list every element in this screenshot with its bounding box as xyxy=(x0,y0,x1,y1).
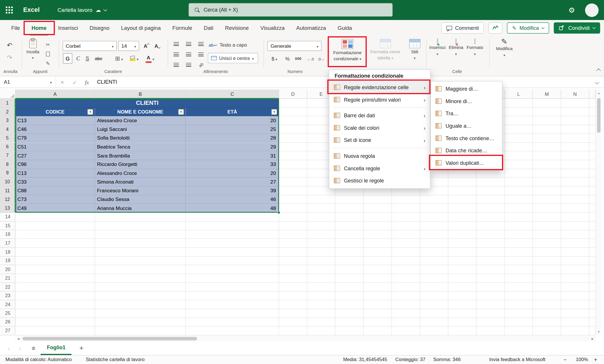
menu-item-scale-dei-colori[interactable]: Scale dei colori› xyxy=(329,122,430,134)
row-header-21[interactable]: 21 xyxy=(0,274,15,283)
table-cell[interactable]: 33 xyxy=(186,160,279,169)
underline-button[interactable]: S xyxy=(84,53,91,64)
menu-item-cancella-regole[interactable]: Cancella regole› xyxy=(329,162,430,175)
search-input[interactable]: Cerca (Alt + X) xyxy=(188,3,393,17)
thousands-format-button[interactable]: 000 xyxy=(293,53,304,64)
row-header-2[interactable]: 2 xyxy=(0,107,15,116)
table-cell[interactable]: 25 xyxy=(186,125,279,134)
column-header-D[interactable]: D xyxy=(279,89,307,99)
editing-group-button[interactable]: Modifica xyxy=(494,37,515,68)
row-header-12[interactable]: 12 xyxy=(0,195,15,204)
submenu-item-minore-di[interactable]: Minore di… xyxy=(431,95,502,107)
table-cell[interactable]: C79 xyxy=(15,134,95,142)
table-cell[interactable]: 39 xyxy=(186,186,279,195)
row-header-26[interactable]: 26 xyxy=(0,318,15,326)
conditional-formatting-button[interactable]: Formattazione condizionale xyxy=(329,37,366,68)
row-header-1[interactable]: 1 xyxy=(0,99,15,107)
align-top-button[interactable] xyxy=(171,39,182,49)
tab-formule[interactable]: Formule xyxy=(166,20,198,35)
currency-format-button[interactable] xyxy=(268,53,281,64)
tab-dati[interactable]: Dati xyxy=(198,20,219,35)
horizontal-scroll-thumb[interactable] xyxy=(22,337,197,340)
table-cell[interactable]: Arianna Muccia xyxy=(95,204,186,213)
collapse-ribbon-button[interactable] xyxy=(596,67,601,73)
row-header-6[interactable]: 6 xyxy=(0,142,15,151)
row-header-14[interactable]: 14 xyxy=(0,213,15,221)
row-header-9[interactable]: 9 xyxy=(0,169,15,178)
table-cell[interactable]: C27 xyxy=(15,151,95,160)
bold-button[interactable]: G xyxy=(63,53,72,64)
comments-button[interactable]: Commenti xyxy=(441,22,484,34)
column-header-C[interactable]: C xyxy=(186,89,279,99)
menu-item-gestisci-le-regole[interactable]: Gestisci le regole xyxy=(329,174,430,187)
decrease-font-button[interactable] xyxy=(152,42,162,50)
borders-button[interactable] xyxy=(113,53,125,64)
cut-button[interactable] xyxy=(43,40,52,49)
row-header-8[interactable]: 8 xyxy=(0,160,15,169)
font-name-select[interactable]: Corbel xyxy=(63,41,117,51)
cancel-button[interactable] xyxy=(56,78,68,85)
italic-button[interactable]: C xyxy=(74,53,82,64)
table-cell[interactable]: 20 xyxy=(186,169,279,178)
zoom-out-button[interactable] xyxy=(563,356,567,363)
tab-guida[interactable]: Guida xyxy=(332,20,358,35)
workbook-title[interactable]: Cartella lavoro xyxy=(57,7,107,13)
menu-item-set-di-icone[interactable]: Set di icone› xyxy=(329,134,430,146)
formula-content[interactable]: CLIENTI xyxy=(97,79,117,85)
select-all-corner[interactable] xyxy=(0,89,15,99)
table-cell[interactable]: C33 xyxy=(15,178,95,186)
enter-button[interactable] xyxy=(68,78,81,85)
insert-function-button[interactable] xyxy=(81,78,93,85)
horizontal-scrollbar[interactable] xyxy=(15,335,595,341)
expand-formula-bar-icon[interactable] xyxy=(595,80,599,84)
table-cell[interactable]: C49 xyxy=(15,204,95,213)
zoom-level[interactable]: 100% xyxy=(576,357,588,363)
table-title-cell[interactable]: CLIENTI xyxy=(15,99,279,107)
align-left-button[interactable] xyxy=(171,50,182,59)
tab-visualizza[interactable]: Visualizza xyxy=(255,20,291,35)
cell-styles-button[interactable]: Stili xyxy=(405,37,425,68)
row-header-16[interactable]: 16 xyxy=(0,230,15,239)
scroll-left-icon[interactable] xyxy=(15,336,21,341)
fill-handle[interactable] xyxy=(277,211,280,214)
scroll-right-icon[interactable] xyxy=(590,336,596,341)
sheet-tab-foglio1[interactable]: Foglio1 xyxy=(41,341,72,355)
zoom-in-button[interactable] xyxy=(594,356,597,363)
table-header-cell-codice[interactable]: CODICE xyxy=(15,107,95,116)
table-cell[interactable]: Simona Arconati xyxy=(95,178,186,186)
table-cell[interactable]: 29 xyxy=(186,142,279,151)
tab-revisione[interactable]: Revisione xyxy=(219,20,255,35)
menu-item-regole-evidenziazione-celle[interactable]: Regole evidenziazione celle› xyxy=(329,81,430,94)
vertical-scroll-thumb[interactable] xyxy=(597,98,601,133)
align-bottom-button[interactable] xyxy=(195,39,206,49)
table-cell[interactable]: 48 xyxy=(186,204,279,213)
workbook-stats-button[interactable]: Statistiche cartella di lavoro xyxy=(86,357,145,363)
row-header-4[interactable]: 4 xyxy=(0,125,15,134)
table-cell[interactable]: Beatrice Tenca xyxy=(95,142,186,151)
table-cell[interactable]: 46 xyxy=(186,195,279,204)
table-cell[interactable]: Francesco Moriani xyxy=(95,186,186,195)
align-middle-button[interactable] xyxy=(183,39,194,49)
row-header-22[interactable]: 22 xyxy=(0,283,15,291)
table-cell[interactable]: C73 xyxy=(15,195,95,204)
table-cell[interactable]: C51 xyxy=(15,142,95,151)
row-header-24[interactable]: 24 xyxy=(0,300,15,309)
table-cell[interactable]: C13 xyxy=(15,169,95,178)
increase-indent-button[interactable] xyxy=(183,60,194,69)
table-cell[interactable]: Sofia Bertolotti xyxy=(95,134,186,142)
table-cell[interactable]: 27 xyxy=(186,178,279,186)
sparkline-button[interactable] xyxy=(489,22,503,34)
table-cell[interactable]: C13 xyxy=(15,116,95,125)
column-header-L[interactable]: L xyxy=(505,89,533,99)
tab-file[interactable]: File xyxy=(6,20,26,35)
tab-inserisci[interactable]: Inserisci xyxy=(52,20,84,35)
row-header-23[interactable]: 23 xyxy=(0,292,15,300)
menu-item-barre-dei-dati[interactable]: Barre dei dati› xyxy=(329,109,430,122)
decrease-indent-button[interactable] xyxy=(171,60,182,69)
undo-button[interactable] xyxy=(4,40,15,50)
tab-disegno[interactable]: Disegno xyxy=(84,20,115,35)
filter-button-nome-e-cognome[interactable] xyxy=(178,109,184,115)
table-cell[interactable]: Alessandro Croce xyxy=(95,169,186,178)
delete-cells-button[interactable]: Elimina xyxy=(447,37,465,68)
row-header-5[interactable]: 5 xyxy=(0,134,15,142)
